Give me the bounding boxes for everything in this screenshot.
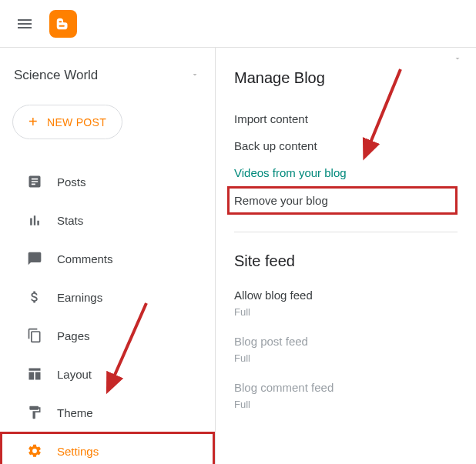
site-feed-title: Site feed [234, 252, 458, 270]
sidebar-item-layout[interactable]: Layout [0, 355, 215, 393]
sidebar-item-earnings[interactable]: Earnings [0, 278, 215, 316]
sidebar-item-stats[interactable]: Stats [0, 201, 215, 239]
nav-label: Pages [57, 329, 90, 342]
sidebar-item-comments[interactable]: Comments [0, 239, 215, 278]
sidebar-item-settings[interactable]: Settings [0, 432, 215, 464]
feed-label: Blog post feed [234, 335, 458, 348]
chevron-down-icon [190, 68, 199, 82]
nav-label: Theme [57, 406, 93, 419]
sidebar-item-posts[interactable]: Posts [0, 162, 215, 201]
videos-link[interactable]: Videos from your blog [234, 159, 458, 186]
manage-blog-title: Manage Blog [234, 69, 458, 87]
feed-value: Full [234, 352, 458, 364]
topbar [0, 0, 476, 48]
nav-label: Layout [57, 368, 92, 381]
blogger-logo[interactable] [49, 10, 77, 38]
nav-label: Stats [57, 214, 83, 227]
feed-label: Allow blog feed [234, 289, 458, 302]
nav-label: Posts [57, 175, 86, 189]
feed-value: Full [234, 399, 458, 410]
feed-item-allow[interactable]: Allow blog feed Full [234, 289, 458, 318]
remove-blog-link[interactable]: Remove your blog [227, 186, 458, 215]
pages-icon [26, 327, 43, 344]
plus-icon: + [28, 113, 38, 131]
settings-icon [26, 442, 43, 459]
layout-icon [26, 366, 43, 382]
feed-item-post[interactable]: Blog post feed Full [234, 335, 458, 364]
new-post-button[interactable]: + NEW POST [12, 105, 122, 139]
chevron-down-icon[interactable] [453, 52, 462, 66]
sidebar-item-pages[interactable]: Pages [0, 316, 215, 355]
feed-item-comment[interactable]: Blog comment feed Full [234, 381, 458, 410]
posts-icon [26, 173, 43, 190]
comments-icon [26, 250, 43, 267]
sidebar: Science World + NEW POST Posts Stats Com… [0, 48, 216, 464]
feed-label: Blog comment feed [234, 381, 458, 394]
nav-list: Posts Stats Comments Earnings Pages Layo… [0, 162, 215, 464]
nav-label: Comments [57, 252, 113, 265]
nav-label: Settings [57, 445, 99, 458]
blog-name: Science World [14, 68, 98, 83]
divider [234, 232, 458, 232]
main-content: Manage Blog Import content Back up conte… [216, 48, 476, 464]
sidebar-item-theme[interactable]: Theme [0, 393, 215, 432]
import-content-link[interactable]: Import content [234, 105, 458, 132]
stats-icon [26, 212, 43, 229]
theme-icon [26, 404, 43, 421]
menu-icon[interactable] [15, 15, 34, 33]
blog-selector[interactable]: Science World [0, 62, 215, 98]
nav-label: Earnings [57, 291, 102, 304]
feed-value: Full [234, 306, 458, 318]
new-post-label: NEW POST [47, 116, 106, 129]
earnings-icon [26, 289, 43, 305]
backup-content-link[interactable]: Back up content [234, 132, 458, 159]
